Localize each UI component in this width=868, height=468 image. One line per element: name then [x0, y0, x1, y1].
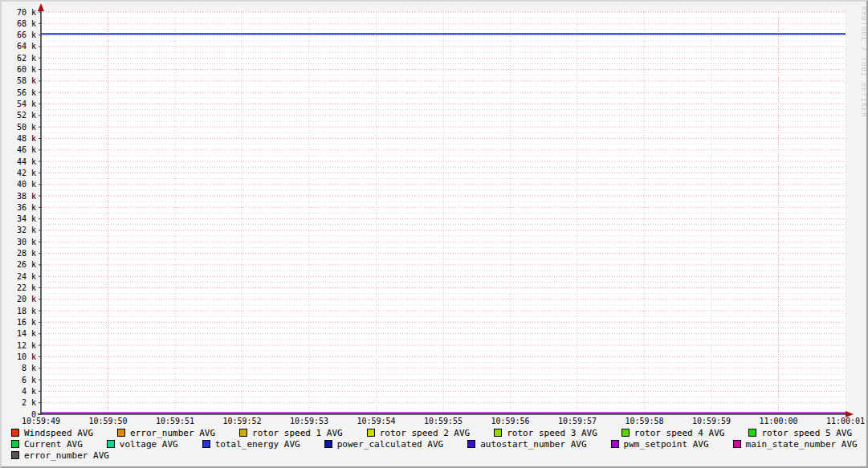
y-tick-label: 22 k [17, 283, 36, 292]
x-tick-label: 10:59:51 [156, 417, 194, 425]
legend-item: error_number AVG [117, 428, 215, 439]
legend-item-label: autostart_number AVG [480, 439, 586, 450]
legend-item: rotor speed 5 AVG [748, 428, 852, 439]
rrdtool-graph: 02 k4 k6 k8 k10 k12 k14 k16 k18 k20 k22 … [0, 0, 868, 468]
y-tick-label: 32 k [17, 226, 36, 234]
legend-color-swatch-icon [611, 440, 619, 448]
y-tick-label: 54 k [17, 100, 36, 108]
y-tick-label: 44 k [17, 157, 36, 166]
legend-color-swatch-icon [494, 429, 502, 437]
legend-item-label: voltage AVG [120, 439, 178, 450]
legend-row: Windspeed AVGerror_number AVGrotor speed… [2, 428, 866, 439]
legend-color-swatch-icon [467, 440, 475, 448]
y-tick-label: 34 k [17, 214, 36, 223]
legend: Windspeed AVGerror_number AVGrotor speed… [2, 428, 866, 462]
y-tick-label: 10 k [17, 352, 36, 361]
legend-item: Windspeed AVG [11, 428, 93, 439]
rrdtool-watermark: RRDTOOL / TOBI OETIKER [860, 6, 866, 118]
y-tick-label: 14 k [17, 329, 36, 338]
legend-color-swatch-icon [621, 429, 630, 437]
legend-item-label: Windspeed AVG [24, 428, 93, 438]
y-tick-label: 26 k [17, 260, 36, 269]
legend-item-label: main_state_number AVG [746, 439, 858, 450]
y-tick-label: 46 k [17, 145, 36, 154]
y-tick-label: 38 k [17, 192, 36, 201]
legend-color-swatch-icon [202, 440, 210, 448]
x-tick-label: 10:59:50 [88, 417, 127, 425]
legend-item-label: rotor speed 4 AVG [634, 428, 725, 438]
legend-color-swatch-icon [733, 440, 741, 448]
legend-item-label: pwm_setpoint AVG [624, 439, 709, 450]
y-tick-label: 56 k [17, 88, 36, 97]
legend-item: total_energy AVG [202, 439, 300, 450]
x-tick-label: 10:59:59 [692, 417, 731, 425]
legend-color-swatch-icon [748, 429, 756, 437]
y-tick-label: 2 k [22, 398, 36, 407]
legend-color-swatch-icon [239, 429, 247, 437]
y-tick-label: 40 k [17, 180, 36, 189]
x-tick-label: 11:00:00 [759, 417, 797, 425]
y-tick-label: 8 k [22, 364, 36, 372]
y-tick-label: 42 k [17, 169, 36, 177]
legend-item: rotor speed 4 AVG [621, 428, 725, 439]
legend-item-label: rotor speed 2 AVG [380, 428, 471, 438]
y-tick-label: 4 k [22, 387, 36, 396]
legend-item-label: rotor speed 5 AVG [761, 428, 852, 438]
x-tick-label: 10:59:49 [22, 417, 60, 425]
legend-color-swatch-icon [11, 440, 19, 448]
y-tick-label: 6 k [22, 376, 36, 385]
legend-item-label: rotor speed 3 AVG [507, 428, 597, 438]
y-tick-label: 16 k [17, 318, 36, 327]
legend-item-label: error_number AVG [130, 428, 215, 438]
legend-item: rotor speed 1 AVG [239, 428, 343, 439]
y-tick-label: 48 k [17, 134, 36, 143]
x-tick-label: 10:59:56 [491, 417, 529, 425]
x-tick-label: 10:59:58 [625, 417, 663, 425]
legend-item-label: total_energy AVG [215, 439, 300, 450]
legend-item: power_calculated AVG [324, 439, 443, 450]
y-tick-label: 60 k [17, 65, 36, 74]
legend-item: rotor speed 3 AVG [494, 428, 597, 439]
legend-item-label: error_number AVG [24, 450, 109, 461]
y-tick-label: 62 k [17, 54, 36, 63]
legend-item: autostart_number AVG [467, 439, 586, 450]
x-tick-label: 11:00:01 [826, 417, 865, 425]
y-tick-label: 64 k [17, 42, 36, 51]
legend-item: main_state_number AVG [733, 439, 858, 450]
y-tick-label: 70 k [17, 8, 36, 17]
y-tick-label: 30 k [17, 238, 36, 246]
legend-color-swatch-icon [367, 429, 375, 437]
legend-item: voltage AVG [107, 439, 178, 450]
x-tick-label: 10:59:52 [222, 417, 261, 425]
y-tick-label: 24 k [17, 272, 36, 281]
legend-color-swatch-icon [324, 440, 332, 448]
x-tick-label: 10:59:54 [357, 417, 395, 425]
y-tick-label: 58 k [17, 76, 36, 85]
legend-item-label: Current AVG [24, 439, 83, 450]
y-tick-label: 52 k [17, 111, 36, 120]
y-tick-label: 66 k [17, 31, 36, 39]
y-axis-arrow [38, 3, 44, 11]
legend-item: error_number AVG [11, 450, 109, 462]
chart-plot-area: 02 k4 k6 k8 k10 k12 k14 k16 k18 k20 k22 … [2, 2, 866, 428]
y-tick-label: 28 k [17, 249, 36, 258]
y-tick-label: 50 k [17, 123, 36, 132]
y-tick-label: 36 k [17, 203, 36, 212]
legend-item-label: power_calculated AVG [337, 439, 443, 450]
y-tick-label: 12 k [17, 341, 36, 350]
y-tick-label: 18 k [17, 307, 36, 315]
x-tick-label: 10:59:55 [424, 417, 463, 425]
x-tick-label: 10:59:57 [558, 417, 597, 425]
legend-color-swatch-icon [11, 451, 19, 459]
legend-item: Current AVG [11, 439, 83, 450]
legend-color-swatch-icon [11, 429, 19, 437]
y-tick-label: 20 k [17, 295, 36, 303]
legend-color-swatch-icon [107, 440, 115, 448]
legend-color-swatch-icon [117, 429, 125, 437]
x-tick-label: 10:59:53 [290, 417, 328, 425]
legend-row: Current AVGvoltage AVGtotal_energy AVGpo… [2, 439, 866, 450]
legend-row: error_number AVG [2, 450, 866, 462]
legend-item: pwm_setpoint AVG [611, 439, 709, 450]
legend-item-label: rotor speed 1 AVG [252, 428, 343, 438]
y-tick-label: 68 k [17, 19, 36, 28]
